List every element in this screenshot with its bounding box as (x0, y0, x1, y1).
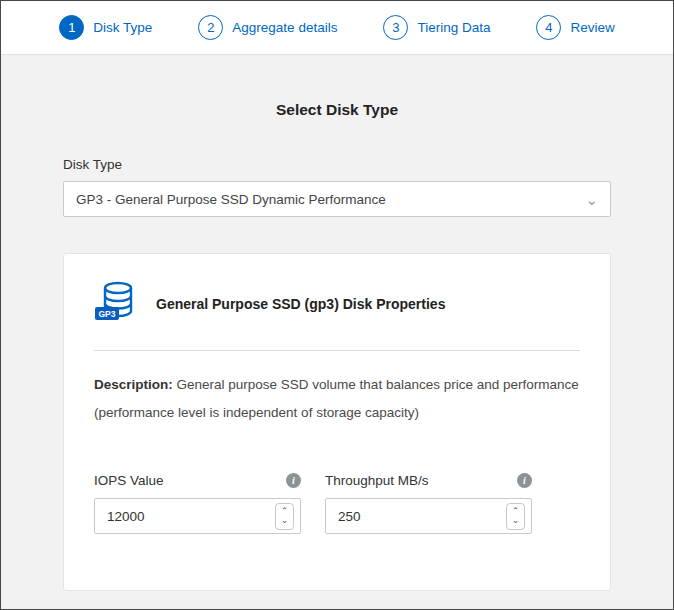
iops-label: IOPS Value (94, 473, 164, 488)
step-1-label: Disk Type (93, 20, 152, 35)
disk-type-select[interactable]: GP3 - General Purpose SSD Dynamic Perfor… (63, 181, 611, 217)
iops-input[interactable] (105, 508, 275, 525)
page-title: Select Disk Type (63, 101, 611, 119)
wizard-stepper: 1 Disk Type 2 Aggregate details 3 Tierin… (1, 1, 673, 55)
info-icon[interactable]: i (517, 473, 532, 488)
card-divider (94, 350, 580, 351)
step-disk-type[interactable]: 1 Disk Type (59, 15, 152, 40)
chevron-down-icon: ⌄ (585, 192, 598, 207)
throughput-input[interactable] (336, 508, 506, 525)
throughput-label: Throughput MB/s (325, 473, 429, 488)
iops-input-box: ⌃ ⌄ (94, 498, 301, 534)
step-2-label: Aggregate details (232, 20, 337, 35)
step-4-indicator: 4 (536, 15, 561, 40)
card-header: GP3 General Purpose SSD (gp3) Disk Prope… (94, 280, 580, 328)
step-tiering-data[interactable]: 3 Tiering Data (383, 15, 490, 40)
step-2-indicator: 2 (198, 15, 223, 40)
throughput-stepper[interactable]: ⌃ ⌄ (506, 503, 525, 530)
performance-fields: IOPS Value i ⌃ ⌄ Throughput MB/s i (94, 473, 580, 534)
disk-type-selected-value: GP3 - General Purpose SSD Dynamic Perfor… (76, 192, 386, 207)
spinner-down-icon[interactable]: ⌄ (512, 516, 520, 525)
step-3-indicator: 3 (383, 15, 408, 40)
disk-properties-card: GP3 General Purpose SSD (gp3) Disk Prope… (63, 253, 611, 591)
gp3-badge-label: GP3 (98, 309, 115, 319)
throughput-field-group: Throughput MB/s i ⌃ ⌄ (325, 473, 532, 534)
throughput-input-box: ⌃ ⌄ (325, 498, 532, 534)
step-review[interactable]: 4 Review (536, 15, 614, 40)
card-title: General Purpose SSD (gp3) Disk Propertie… (156, 296, 445, 312)
step-3-label: Tiering Data (417, 20, 490, 35)
disk-type-label: Disk Type (63, 157, 611, 172)
iops-field-group: IOPS Value i ⌃ ⌄ (94, 473, 301, 534)
disk-description: Description: General purpose SSD volume … (94, 371, 580, 427)
main-content: Select Disk Type Disk Type GP3 - General… (1, 55, 673, 609)
description-label: Description: (94, 377, 173, 392)
gp3-disk-icon: GP3 (94, 280, 138, 328)
step-aggregate-details[interactable]: 2 Aggregate details (198, 15, 337, 40)
step-1-indicator: 1 (59, 15, 84, 40)
info-icon[interactable]: i (286, 473, 301, 488)
iops-stepper[interactable]: ⌃ ⌄ (275, 503, 294, 530)
spinner-down-icon[interactable]: ⌄ (281, 516, 289, 525)
step-4-label: Review (570, 20, 614, 35)
wizard-page: 1 Disk Type 2 Aggregate details 3 Tierin… (0, 0, 674, 610)
